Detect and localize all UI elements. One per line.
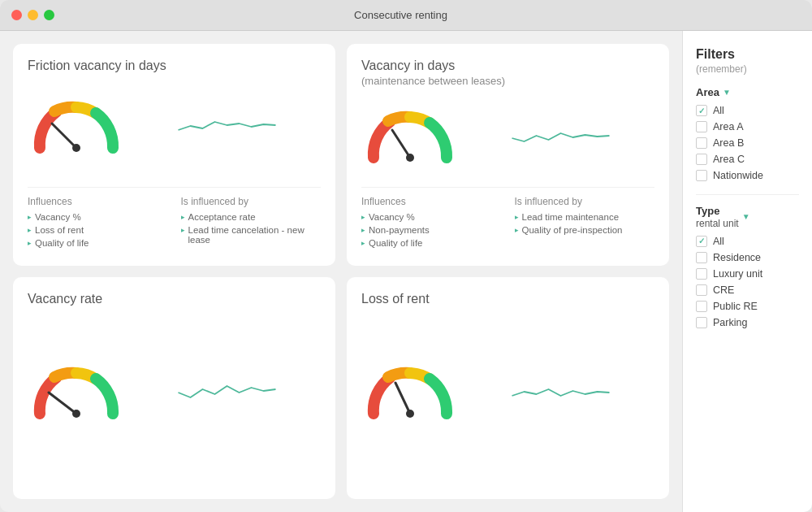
checkbox-all-area[interactable] (696, 105, 707, 116)
type-sublabel-text: rental unit (696, 218, 739, 229)
minimize-button[interactable] (28, 10, 38, 20)
filter-label-public-re: Public RE (713, 301, 758, 312)
filter-item-parking[interactable]: Parking (696, 317, 799, 328)
influence-header-2b: Is influenced by (515, 196, 655, 207)
filter-label-residence: Residence (713, 252, 761, 263)
svg-point-3 (406, 154, 414, 162)
app-window: Consecutive renting Friction vacancy in … (0, 0, 812, 512)
svg-point-1 (72, 144, 80, 152)
filter-label-area-b: Area B (713, 137, 744, 149)
sparkline-svg-loss (467, 371, 654, 412)
gauge-vacancy-days (361, 107, 459, 164)
sparkline-svg-vacancy (467, 115, 654, 156)
influence-item: Quality of life (361, 238, 502, 248)
sidebar-subtitle: (remember) (696, 63, 799, 75)
card-title-loss-of-rent: Loss of rent (361, 292, 654, 306)
card-vacancy-rate: Vacancy rate (13, 277, 335, 499)
influence-col-2a: Influences Vacancy % Non-payments Qualit… (361, 196, 502, 251)
filter-item-area-b[interactable]: Area B (696, 137, 799, 149)
sidebar: Filters (remember) Area ▼ All Area A Are (682, 31, 812, 512)
gauge-svg-friction (28, 98, 125, 154)
sparkline-vacancy-rate (133, 367, 321, 416)
gauge-loss-of-rent (361, 363, 459, 420)
filter-item-luxury[interactable]: Luxury unit (696, 268, 799, 280)
filter-label-nationwide: Nationwide (713, 170, 763, 181)
filter-item-public-re[interactable]: Public RE (696, 301, 799, 312)
checkbox-cre[interactable] (696, 284, 707, 296)
svg-point-7 (406, 410, 414, 418)
card-visual-friction-vacancy (28, 75, 321, 177)
checkbox-area-c[interactable] (696, 154, 707, 165)
sidebar-title: Filters (696, 47, 799, 62)
area-dropdown-arrow-icon: ▼ (723, 88, 731, 97)
card-title-vacancy-rate: Vacancy rate (28, 292, 321, 306)
influence-header-2a: Influences (361, 196, 502, 207)
filter-item-all-type[interactable]: All (696, 236, 799, 247)
filter-item-area-a[interactable]: Area A (696, 121, 799, 132)
filter-item-residence[interactable]: Residence (696, 252, 799, 263)
filter-label-type[interactable]: Type rental unit ▼ (696, 205, 799, 229)
influence-col-1b: Is influenced by Acceptance rate Lead ti… (181, 196, 322, 251)
card-title-vacancy-days: Vacancy in days (361, 59, 654, 73)
filter-label-area-a: Area A (713, 121, 744, 132)
checkbox-nationwide[interactable] (696, 170, 707, 181)
influence-item: Vacancy % (28, 212, 168, 222)
influence-item: Quality of life (28, 238, 168, 248)
sparkline-svg-friction (133, 106, 321, 146)
influences-section-1: Influences Vacancy % Loss of rent Qualit… (28, 187, 321, 251)
type-dropdown-arrow-icon: ▼ (742, 212, 750, 221)
influence-col-2b: Is influenced by Lead time maintenance Q… (515, 196, 655, 251)
gauge-svg-vacancy (361, 107, 459, 164)
influence-item: Lead time cancelation - new lease (181, 225, 322, 245)
filter-item-all-area[interactable]: All (696, 105, 799, 116)
card-loss-of-rent: Loss of rent (347, 277, 669, 499)
maximize-button[interactable] (44, 10, 54, 20)
svg-line-6 (395, 383, 410, 414)
filter-section-type: Type rental unit ▼ All Residence Luxury … (696, 205, 799, 328)
checkbox-residence[interactable] (696, 252, 707, 263)
filter-label-luxury: Luxury unit (713, 268, 762, 280)
sparkline-svg-rate (133, 371, 321, 412)
traffic-lights (11, 10, 54, 20)
svg-line-0 (52, 124, 76, 148)
titlebar: Consecutive renting (0, 0, 812, 31)
filter-divider (696, 194, 799, 195)
card-visual-vacancy-rate (28, 308, 321, 475)
filter-item-nationwide[interactable]: Nationwide (696, 170, 799, 181)
checkbox-luxury[interactable] (696, 268, 707, 280)
sparkline-vacancy-days (467, 111, 654, 160)
filter-label-all-area: All (713, 105, 724, 116)
checkbox-public-re[interactable] (696, 301, 707, 312)
svg-point-5 (72, 410, 80, 418)
influence-header-1b: Is influenced by (181, 196, 322, 207)
window-title: Consecutive renting (66, 9, 736, 21)
checkbox-area-a[interactable] (696, 121, 707, 132)
influence-col-1a: Influences Vacancy % Loss of rent Qualit… (28, 196, 168, 251)
checkbox-all-type[interactable] (696, 236, 707, 247)
filter-item-cre[interactable]: CRE (696, 284, 799, 296)
main-content: Friction vacancy in days (0, 31, 812, 512)
influences-section-2: Influences Vacancy % Non-payments Qualit… (361, 187, 654, 251)
sparkline-loss-of-rent (467, 367, 654, 416)
influence-item: Acceptance rate (181, 212, 322, 222)
influence-item: Quality of pre-inspection (515, 225, 655, 235)
card-visual-loss-of-rent (361, 308, 654, 475)
filter-label-cre: CRE (713, 284, 734, 296)
card-visual-vacancy-days (361, 93, 654, 177)
area-label-text: Area (696, 86, 719, 98)
filter-item-area-c[interactable]: Area C (696, 154, 799, 165)
checkbox-area-b[interactable] (696, 137, 707, 149)
filter-label-area-c: Area C (713, 154, 745, 165)
influence-item: Vacancy % (361, 212, 502, 222)
close-button[interactable] (11, 10, 22, 20)
gauge-vacancy-rate (28, 363, 125, 420)
checkbox-parking[interactable] (696, 317, 707, 328)
influence-header-1a: Influences (28, 196, 168, 207)
influence-item: Loss of rent (28, 225, 168, 235)
filter-label-area[interactable]: Area ▼ (696, 86, 799, 98)
svg-line-4 (49, 393, 76, 414)
card-subtitle-vacancy-days: (maintenance between leases) (361, 75, 654, 87)
card-title-friction-vacancy: Friction vacancy in days (28, 59, 321, 73)
influence-item: Non-payments (361, 225, 502, 235)
svg-line-2 (392, 130, 410, 158)
